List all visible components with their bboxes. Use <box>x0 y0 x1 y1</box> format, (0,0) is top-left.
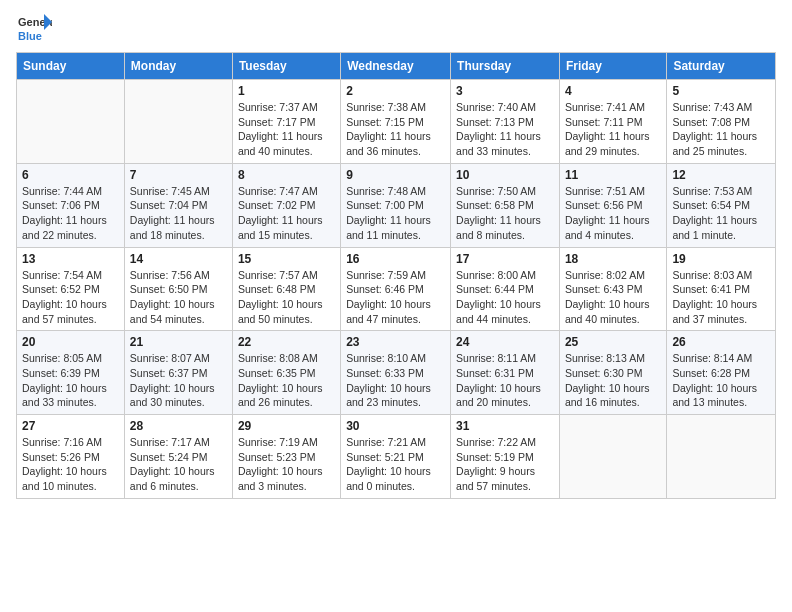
day-cell: 10Sunrise: 7:50 AMSunset: 6:58 PMDayligh… <box>451 163 560 247</box>
day-cell: 4Sunrise: 7:41 AMSunset: 7:11 PMDaylight… <box>559 80 666 164</box>
day-number: 25 <box>565 335 661 349</box>
day-number: 7 <box>130 168 227 182</box>
day-cell <box>667 415 776 499</box>
day-info: Sunrise: 7:22 AMSunset: 5:19 PMDaylight:… <box>456 435 554 494</box>
day-cell: 14Sunrise: 7:56 AMSunset: 6:50 PMDayligh… <box>124 247 232 331</box>
day-number: 12 <box>672 168 770 182</box>
day-cell: 13Sunrise: 7:54 AMSunset: 6:52 PMDayligh… <box>17 247 125 331</box>
day-number: 9 <box>346 168 445 182</box>
day-number: 16 <box>346 252 445 266</box>
day-cell: 27Sunrise: 7:16 AMSunset: 5:26 PMDayligh… <box>17 415 125 499</box>
day-cell: 31Sunrise: 7:22 AMSunset: 5:19 PMDayligh… <box>451 415 560 499</box>
day-number: 11 <box>565 168 661 182</box>
day-number: 4 <box>565 84 661 98</box>
day-cell: 18Sunrise: 8:02 AMSunset: 6:43 PMDayligh… <box>559 247 666 331</box>
day-info: Sunrise: 8:07 AMSunset: 6:37 PMDaylight:… <box>130 351 227 410</box>
day-cell: 26Sunrise: 8:14 AMSunset: 6:28 PMDayligh… <box>667 331 776 415</box>
day-info: Sunrise: 7:16 AMSunset: 5:26 PMDaylight:… <box>22 435 119 494</box>
day-number: 14 <box>130 252 227 266</box>
day-cell: 29Sunrise: 7:19 AMSunset: 5:23 PMDayligh… <box>232 415 340 499</box>
day-number: 24 <box>456 335 554 349</box>
day-number: 27 <box>22 419 119 433</box>
day-info: Sunrise: 7:21 AMSunset: 5:21 PMDaylight:… <box>346 435 445 494</box>
day-cell: 15Sunrise: 7:57 AMSunset: 6:48 PMDayligh… <box>232 247 340 331</box>
day-info: Sunrise: 7:44 AMSunset: 7:06 PMDaylight:… <box>22 184 119 243</box>
svg-text:Blue: Blue <box>18 30 42 42</box>
day-info: Sunrise: 7:41 AMSunset: 7:11 PMDaylight:… <box>565 100 661 159</box>
day-info: Sunrise: 8:13 AMSunset: 6:30 PMDaylight:… <box>565 351 661 410</box>
day-cell: 2Sunrise: 7:38 AMSunset: 7:15 PMDaylight… <box>341 80 451 164</box>
day-info: Sunrise: 7:45 AMSunset: 7:04 PMDaylight:… <box>130 184 227 243</box>
day-number: 30 <box>346 419 445 433</box>
day-info: Sunrise: 8:08 AMSunset: 6:35 PMDaylight:… <box>238 351 335 410</box>
day-number: 15 <box>238 252 335 266</box>
weekday-header-friday: Friday <box>559 53 666 80</box>
day-number: 29 <box>238 419 335 433</box>
day-cell: 6Sunrise: 7:44 AMSunset: 7:06 PMDaylight… <box>17 163 125 247</box>
day-number: 10 <box>456 168 554 182</box>
day-cell: 5Sunrise: 7:43 AMSunset: 7:08 PMDaylight… <box>667 80 776 164</box>
day-cell: 11Sunrise: 7:51 AMSunset: 6:56 PMDayligh… <box>559 163 666 247</box>
day-number: 13 <box>22 252 119 266</box>
day-info: Sunrise: 8:10 AMSunset: 6:33 PMDaylight:… <box>346 351 445 410</box>
day-number: 31 <box>456 419 554 433</box>
day-cell: 1Sunrise: 7:37 AMSunset: 7:17 PMDaylight… <box>232 80 340 164</box>
week-row-4: 20Sunrise: 8:05 AMSunset: 6:39 PMDayligh… <box>17 331 776 415</box>
day-cell: 9Sunrise: 7:48 AMSunset: 7:00 PMDaylight… <box>341 163 451 247</box>
day-info: Sunrise: 7:38 AMSunset: 7:15 PMDaylight:… <box>346 100 445 159</box>
day-cell: 17Sunrise: 8:00 AMSunset: 6:44 PMDayligh… <box>451 247 560 331</box>
day-cell <box>17 80 125 164</box>
day-number: 2 <box>346 84 445 98</box>
day-info: Sunrise: 7:50 AMSunset: 6:58 PMDaylight:… <box>456 184 554 243</box>
day-number: 3 <box>456 84 554 98</box>
weekday-header-row: SundayMondayTuesdayWednesdayThursdayFrid… <box>17 53 776 80</box>
week-row-2: 6Sunrise: 7:44 AMSunset: 7:06 PMDaylight… <box>17 163 776 247</box>
day-number: 5 <box>672 84 770 98</box>
day-info: Sunrise: 8:02 AMSunset: 6:43 PMDaylight:… <box>565 268 661 327</box>
day-cell <box>559 415 666 499</box>
day-cell: 30Sunrise: 7:21 AMSunset: 5:21 PMDayligh… <box>341 415 451 499</box>
day-cell: 3Sunrise: 7:40 AMSunset: 7:13 PMDaylight… <box>451 80 560 164</box>
weekday-header-wednesday: Wednesday <box>341 53 451 80</box>
day-number: 6 <box>22 168 119 182</box>
day-info: Sunrise: 7:43 AMSunset: 7:08 PMDaylight:… <box>672 100 770 159</box>
day-number: 21 <box>130 335 227 349</box>
day-info: Sunrise: 7:19 AMSunset: 5:23 PMDaylight:… <box>238 435 335 494</box>
day-info: Sunrise: 7:48 AMSunset: 7:00 PMDaylight:… <box>346 184 445 243</box>
day-info: Sunrise: 7:57 AMSunset: 6:48 PMDaylight:… <box>238 268 335 327</box>
day-cell: 21Sunrise: 8:07 AMSunset: 6:37 PMDayligh… <box>124 331 232 415</box>
logo: General Blue <box>16 10 52 46</box>
day-number: 20 <box>22 335 119 349</box>
calendar-table: SundayMondayTuesdayWednesdayThursdayFrid… <box>16 52 776 499</box>
day-info: Sunrise: 7:54 AMSunset: 6:52 PMDaylight:… <box>22 268 119 327</box>
day-cell: 7Sunrise: 7:45 AMSunset: 7:04 PMDaylight… <box>124 163 232 247</box>
day-info: Sunrise: 7:17 AMSunset: 5:24 PMDaylight:… <box>130 435 227 494</box>
day-number: 22 <box>238 335 335 349</box>
weekday-header-monday: Monday <box>124 53 232 80</box>
logo-svg: General Blue <box>16 10 52 46</box>
page: General Blue SundayMondayTuesdayWednesda… <box>0 0 792 612</box>
day-cell: 20Sunrise: 8:05 AMSunset: 6:39 PMDayligh… <box>17 331 125 415</box>
day-number: 18 <box>565 252 661 266</box>
day-number: 23 <box>346 335 445 349</box>
day-number: 8 <box>238 168 335 182</box>
day-cell: 8Sunrise: 7:47 AMSunset: 7:02 PMDaylight… <box>232 163 340 247</box>
day-cell: 12Sunrise: 7:53 AMSunset: 6:54 PMDayligh… <box>667 163 776 247</box>
week-row-1: 1Sunrise: 7:37 AMSunset: 7:17 PMDaylight… <box>17 80 776 164</box>
day-number: 19 <box>672 252 770 266</box>
day-cell: 25Sunrise: 8:13 AMSunset: 6:30 PMDayligh… <box>559 331 666 415</box>
day-cell: 16Sunrise: 7:59 AMSunset: 6:46 PMDayligh… <box>341 247 451 331</box>
day-info: Sunrise: 8:00 AMSunset: 6:44 PMDaylight:… <box>456 268 554 327</box>
day-cell: 22Sunrise: 8:08 AMSunset: 6:35 PMDayligh… <box>232 331 340 415</box>
day-cell: 28Sunrise: 7:17 AMSunset: 5:24 PMDayligh… <box>124 415 232 499</box>
day-number: 17 <box>456 252 554 266</box>
header: General Blue <box>16 10 776 46</box>
day-cell: 24Sunrise: 8:11 AMSunset: 6:31 PMDayligh… <box>451 331 560 415</box>
day-info: Sunrise: 7:37 AMSunset: 7:17 PMDaylight:… <box>238 100 335 159</box>
day-cell <box>124 80 232 164</box>
week-row-5: 27Sunrise: 7:16 AMSunset: 5:26 PMDayligh… <box>17 415 776 499</box>
day-info: Sunrise: 8:14 AMSunset: 6:28 PMDaylight:… <box>672 351 770 410</box>
day-info: Sunrise: 7:47 AMSunset: 7:02 PMDaylight:… <box>238 184 335 243</box>
day-info: Sunrise: 7:59 AMSunset: 6:46 PMDaylight:… <box>346 268 445 327</box>
day-info: Sunrise: 8:05 AMSunset: 6:39 PMDaylight:… <box>22 351 119 410</box>
